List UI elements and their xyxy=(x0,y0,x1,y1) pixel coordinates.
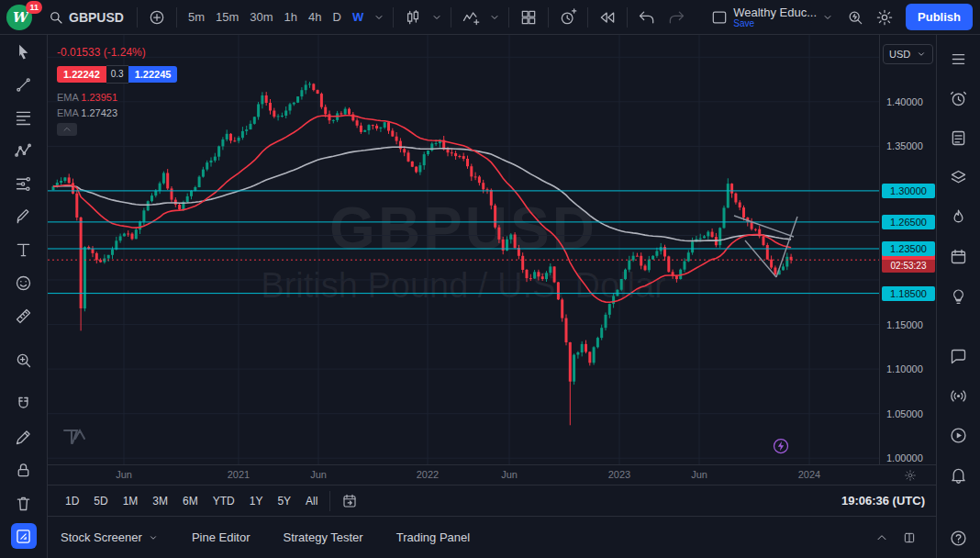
indicators-button[interactable] xyxy=(457,4,484,31)
timeframe-5m[interactable]: 5m xyxy=(183,6,210,28)
spread-value: 0.3 xyxy=(106,65,128,84)
tradingview-logo-watermark[interactable] xyxy=(62,428,86,450)
hotlists-button[interactable] xyxy=(946,204,972,229)
range-6m-button[interactable]: 6M xyxy=(176,491,205,511)
lock-icon xyxy=(14,461,33,480)
video-ideas-button[interactable] xyxy=(946,422,972,448)
go-to-date-icon xyxy=(341,493,358,509)
brush-tool-button[interactable] xyxy=(11,204,37,229)
layout-grid-button[interactable] xyxy=(515,4,542,31)
time-axis-label: Jun xyxy=(106,469,142,480)
chart-settings-button[interactable] xyxy=(871,4,898,31)
measure-ruler-tool-button[interactable] xyxy=(11,303,37,329)
indicators-menu-button[interactable] xyxy=(486,4,503,31)
toolbar-separator xyxy=(548,7,549,28)
gear-icon xyxy=(875,8,894,27)
published-idea-marker[interactable] xyxy=(772,437,790,455)
range-ytd-button[interactable]: YTD xyxy=(206,491,241,511)
panel-expand-up-button[interactable] xyxy=(868,524,896,552)
collapse-legend-button[interactable] xyxy=(57,123,77,136)
fib-retracement-tool-button[interactable] xyxy=(11,105,37,130)
save-status[interactable]: Save xyxy=(733,19,754,28)
cursor-tool-button[interactable] xyxy=(11,39,37,64)
ideas-button[interactable] xyxy=(946,283,972,308)
magnet-tool-button[interactable] xyxy=(11,391,37,417)
toolbar-separator xyxy=(329,491,330,511)
range-5d-button[interactable]: 5D xyxy=(87,491,114,511)
tab-trading-panel[interactable]: Trading Panel xyxy=(396,530,470,544)
economic-calendar-button[interactable] xyxy=(946,243,972,269)
range-5y-button[interactable]: 5Y xyxy=(271,491,297,511)
undo-button[interactable] xyxy=(633,4,661,31)
emoji-tool-button[interactable] xyxy=(11,270,37,296)
object-tree-button[interactable] xyxy=(946,164,972,190)
range-toolbar: 1D5D1M3M6MYTD1Y5YAll 19:06:36 (UTC) xyxy=(48,485,936,516)
ema-slow-legend[interactable]: EMA 1.27423 xyxy=(57,107,177,118)
xabcd-pattern-tool-button[interactable] xyxy=(11,138,37,163)
range-1d-button[interactable]: 1D xyxy=(59,491,85,511)
workspace: GBPUSD British Pound / U.S. Dollar -0.01… xyxy=(0,35,980,558)
data-window-button[interactable] xyxy=(946,125,972,151)
goto-date-button[interactable] xyxy=(336,487,363,515)
range-3m-button[interactable]: 3M xyxy=(146,491,174,511)
timeframe-15m[interactable]: 15m xyxy=(210,6,244,28)
sell-price-button[interactable]: 1.22242 xyxy=(57,66,106,83)
tab-pine-editor[interactable]: Pine Editor xyxy=(192,530,251,544)
timeframe-30m[interactable]: 30m xyxy=(244,6,278,28)
remove-drawings-tool-button[interactable] xyxy=(11,490,37,516)
text-tool-button[interactable] xyxy=(11,237,37,262)
bulb-icon xyxy=(949,286,968,306)
range-all-button[interactable]: All xyxy=(299,491,324,511)
timeframe-4h[interactable]: 4h xyxy=(303,6,327,28)
account-menu[interactable]: W 11 xyxy=(6,3,39,32)
axis-settings-button[interactable] xyxy=(901,466,919,485)
tab-strategy-tester[interactable]: Strategy Tester xyxy=(283,530,362,544)
ruler-icon xyxy=(14,307,33,326)
clock[interactable]: 19:06:36 (UTC) xyxy=(841,494,925,508)
timeframe-menu-button[interactable] xyxy=(371,4,387,31)
panel-maximize-button[interactable] xyxy=(896,524,923,552)
zoom-in-tool-button[interactable] xyxy=(11,347,37,373)
chevron-down-icon xyxy=(430,11,443,24)
create-alert-button[interactable] xyxy=(554,4,582,31)
redo-button[interactable] xyxy=(663,4,690,31)
bar-countdown: 02:53:23 xyxy=(882,260,935,273)
compare-add-button[interactable] xyxy=(143,4,171,31)
ema-fast-legend[interactable]: EMA 1.23951 xyxy=(57,92,177,103)
currency-selector[interactable]: USD xyxy=(883,44,933,64)
layout-menu[interactable]: Wealthy Educ... Save xyxy=(705,5,840,30)
chart-style-menu-button[interactable] xyxy=(429,4,445,31)
question-icon xyxy=(949,529,968,548)
alerts-button[interactable] xyxy=(946,85,972,111)
drawings-panel-toggle-button[interactable] xyxy=(11,523,37,549)
caret-down-icon xyxy=(148,532,159,543)
chart-panel[interactable]: GBPUSD British Pound / U.S. Dollar -0.01… xyxy=(48,35,936,464)
calendar-icon xyxy=(949,247,968,266)
watchlist-button[interactable] xyxy=(946,46,972,72)
timeframe-D[interactable]: D xyxy=(328,6,347,28)
bar-replay-button[interactable] xyxy=(594,4,621,31)
symbol-search[interactable]: GBPUSD xyxy=(40,6,131,29)
trend-line-tool-button[interactable] xyxy=(11,72,37,97)
help-button[interactable] xyxy=(946,525,972,551)
range-1y-button[interactable]: 1Y xyxy=(243,491,270,511)
forecast-tool-button[interactable] xyxy=(11,171,37,196)
chat-button[interactable] xyxy=(946,343,972,369)
tab-stock-screener[interactable]: Stock Screener xyxy=(61,530,159,544)
publish-button[interactable]: Publish xyxy=(906,4,973,30)
lock-drawings-tool-button[interactable] xyxy=(11,457,37,483)
buy-price-button[interactable]: 1.22245 xyxy=(128,66,178,83)
timeframe-1h[interactable]: 1h xyxy=(279,6,303,28)
toolbar-separator xyxy=(176,7,177,28)
time-axis[interactable]: Jun2021Jun2022Jun2023Jun2024 xyxy=(48,464,936,485)
streams-button[interactable] xyxy=(946,383,972,408)
broadcast-icon xyxy=(949,386,968,406)
quick-search-button[interactable] xyxy=(841,4,869,31)
chart-style-button[interactable] xyxy=(399,4,427,31)
edit-tool-button[interactable] xyxy=(11,424,37,450)
price-axis[interactable]: USD 1.22242 02:53:23 1.400001.350001.150… xyxy=(879,35,936,464)
notifications-button[interactable] xyxy=(946,462,972,487)
timeframe-W[interactable]: W xyxy=(347,6,369,28)
range-1m-button[interactable]: 1M xyxy=(117,491,145,511)
data-window-icon xyxy=(949,128,968,148)
